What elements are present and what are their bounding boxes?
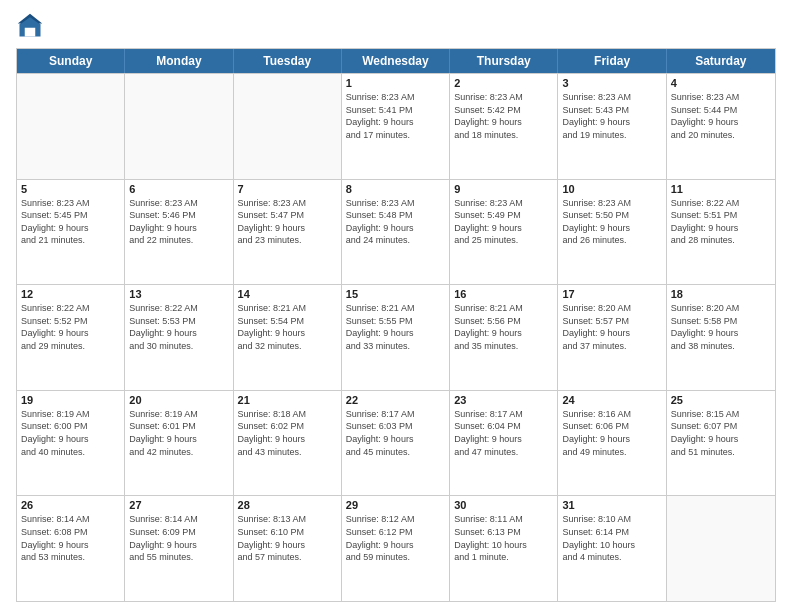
day-number: 19 (21, 394, 120, 406)
day-number: 10 (562, 183, 661, 195)
day-info: Sunrise: 8:20 AM Sunset: 5:57 PM Dayligh… (562, 302, 661, 352)
day-info: Sunrise: 8:23 AM Sunset: 5:48 PM Dayligh… (346, 197, 445, 247)
day-info: Sunrise: 8:11 AM Sunset: 6:13 PM Dayligh… (454, 513, 553, 563)
calendar-day-4: 4Sunrise: 8:23 AM Sunset: 5:44 PM Daylig… (667, 74, 775, 179)
calendar-day-24: 24Sunrise: 8:16 AM Sunset: 6:06 PM Dayli… (558, 391, 666, 496)
day-number: 6 (129, 183, 228, 195)
day-info: Sunrise: 8:10 AM Sunset: 6:14 PM Dayligh… (562, 513, 661, 563)
day-info: Sunrise: 8:22 AM Sunset: 5:52 PM Dayligh… (21, 302, 120, 352)
calendar-week-1: 1Sunrise: 8:23 AM Sunset: 5:41 PM Daylig… (17, 73, 775, 179)
day-number: 13 (129, 288, 228, 300)
day-info: Sunrise: 8:23 AM Sunset: 5:46 PM Dayligh… (129, 197, 228, 247)
day-info: Sunrise: 8:20 AM Sunset: 5:58 PM Dayligh… (671, 302, 771, 352)
day-number: 9 (454, 183, 553, 195)
day-number: 5 (21, 183, 120, 195)
day-number: 27 (129, 499, 228, 511)
calendar-day-27: 27Sunrise: 8:14 AM Sunset: 6:09 PM Dayli… (125, 496, 233, 601)
calendar-day-13: 13Sunrise: 8:22 AM Sunset: 5:53 PM Dayli… (125, 285, 233, 390)
day-number: 25 (671, 394, 771, 406)
day-number: 28 (238, 499, 337, 511)
calendar-day-29: 29Sunrise: 8:12 AM Sunset: 6:12 PM Dayli… (342, 496, 450, 601)
day-info: Sunrise: 8:23 AM Sunset: 5:43 PM Dayligh… (562, 91, 661, 141)
day-info: Sunrise: 8:23 AM Sunset: 5:47 PM Dayligh… (238, 197, 337, 247)
calendar-day-5: 5Sunrise: 8:23 AM Sunset: 5:45 PM Daylig… (17, 180, 125, 285)
calendar-day-23: 23Sunrise: 8:17 AM Sunset: 6:04 PM Dayli… (450, 391, 558, 496)
calendar-day-30: 30Sunrise: 8:11 AM Sunset: 6:13 PM Dayli… (450, 496, 558, 601)
day-number: 1 (346, 77, 445, 89)
calendar-day-6: 6Sunrise: 8:23 AM Sunset: 5:46 PM Daylig… (125, 180, 233, 285)
day-number: 18 (671, 288, 771, 300)
calendar-day-12: 12Sunrise: 8:22 AM Sunset: 5:52 PM Dayli… (17, 285, 125, 390)
logo (16, 12, 48, 40)
day-number: 31 (562, 499, 661, 511)
day-info: Sunrise: 8:21 AM Sunset: 5:55 PM Dayligh… (346, 302, 445, 352)
day-info: Sunrise: 8:23 AM Sunset: 5:41 PM Dayligh… (346, 91, 445, 141)
calendar-day-26: 26Sunrise: 8:14 AM Sunset: 6:08 PM Dayli… (17, 496, 125, 601)
day-info: Sunrise: 8:23 AM Sunset: 5:44 PM Dayligh… (671, 91, 771, 141)
svg-rect-2 (25, 28, 36, 37)
day-info: Sunrise: 8:22 AM Sunset: 5:51 PM Dayligh… (671, 197, 771, 247)
day-info: Sunrise: 8:17 AM Sunset: 6:03 PM Dayligh… (346, 408, 445, 458)
day-number: 17 (562, 288, 661, 300)
calendar-week-4: 19Sunrise: 8:19 AM Sunset: 6:00 PM Dayli… (17, 390, 775, 496)
day-info: Sunrise: 8:14 AM Sunset: 6:09 PM Dayligh… (129, 513, 228, 563)
calendar-day-7: 7Sunrise: 8:23 AM Sunset: 5:47 PM Daylig… (234, 180, 342, 285)
weekday-header-thursday: Thursday (450, 49, 558, 73)
day-number: 21 (238, 394, 337, 406)
calendar-day-empty (234, 74, 342, 179)
calendar-day-3: 3Sunrise: 8:23 AM Sunset: 5:43 PM Daylig… (558, 74, 666, 179)
calendar-day-empty (125, 74, 233, 179)
calendar-day-18: 18Sunrise: 8:20 AM Sunset: 5:58 PM Dayli… (667, 285, 775, 390)
weekday-header-wednesday: Wednesday (342, 49, 450, 73)
day-info: Sunrise: 8:12 AM Sunset: 6:12 PM Dayligh… (346, 513, 445, 563)
calendar-day-8: 8Sunrise: 8:23 AM Sunset: 5:48 PM Daylig… (342, 180, 450, 285)
day-info: Sunrise: 8:21 AM Sunset: 5:54 PM Dayligh… (238, 302, 337, 352)
weekday-header-saturday: Saturday (667, 49, 775, 73)
calendar-day-22: 22Sunrise: 8:17 AM Sunset: 6:03 PM Dayli… (342, 391, 450, 496)
calendar-day-16: 16Sunrise: 8:21 AM Sunset: 5:56 PM Dayli… (450, 285, 558, 390)
day-number: 26 (21, 499, 120, 511)
day-info: Sunrise: 8:23 AM Sunset: 5:50 PM Dayligh… (562, 197, 661, 247)
calendar-day-19: 19Sunrise: 8:19 AM Sunset: 6:00 PM Dayli… (17, 391, 125, 496)
calendar-day-10: 10Sunrise: 8:23 AM Sunset: 5:50 PM Dayli… (558, 180, 666, 285)
day-number: 12 (21, 288, 120, 300)
day-info: Sunrise: 8:14 AM Sunset: 6:08 PM Dayligh… (21, 513, 120, 563)
calendar-week-3: 12Sunrise: 8:22 AM Sunset: 5:52 PM Dayli… (17, 284, 775, 390)
calendar-week-2: 5Sunrise: 8:23 AM Sunset: 5:45 PM Daylig… (17, 179, 775, 285)
calendar-day-1: 1Sunrise: 8:23 AM Sunset: 5:41 PM Daylig… (342, 74, 450, 179)
calendar-day-15: 15Sunrise: 8:21 AM Sunset: 5:55 PM Dayli… (342, 285, 450, 390)
day-number: 8 (346, 183, 445, 195)
calendar-day-21: 21Sunrise: 8:18 AM Sunset: 6:02 PM Dayli… (234, 391, 342, 496)
calendar-day-17: 17Sunrise: 8:20 AM Sunset: 5:57 PM Dayli… (558, 285, 666, 390)
calendar: SundayMondayTuesdayWednesdayThursdayFrid… (16, 48, 776, 602)
header (16, 12, 776, 40)
day-info: Sunrise: 8:19 AM Sunset: 6:00 PM Dayligh… (21, 408, 120, 458)
day-info: Sunrise: 8:23 AM Sunset: 5:42 PM Dayligh… (454, 91, 553, 141)
calendar-day-11: 11Sunrise: 8:22 AM Sunset: 5:51 PM Dayli… (667, 180, 775, 285)
day-info: Sunrise: 8:22 AM Sunset: 5:53 PM Dayligh… (129, 302, 228, 352)
day-info: Sunrise: 8:19 AM Sunset: 6:01 PM Dayligh… (129, 408, 228, 458)
calendar-week-5: 26Sunrise: 8:14 AM Sunset: 6:08 PM Dayli… (17, 495, 775, 601)
day-info: Sunrise: 8:17 AM Sunset: 6:04 PM Dayligh… (454, 408, 553, 458)
calendar-day-empty (17, 74, 125, 179)
day-number: 30 (454, 499, 553, 511)
calendar-day-2: 2Sunrise: 8:23 AM Sunset: 5:42 PM Daylig… (450, 74, 558, 179)
day-number: 4 (671, 77, 771, 89)
day-number: 16 (454, 288, 553, 300)
day-number: 2 (454, 77, 553, 89)
day-number: 29 (346, 499, 445, 511)
calendar-day-14: 14Sunrise: 8:21 AM Sunset: 5:54 PM Dayli… (234, 285, 342, 390)
weekday-header-monday: Monday (125, 49, 233, 73)
weekday-header-sunday: Sunday (17, 49, 125, 73)
calendar-day-31: 31Sunrise: 8:10 AM Sunset: 6:14 PM Dayli… (558, 496, 666, 601)
day-info: Sunrise: 8:13 AM Sunset: 6:10 PM Dayligh… (238, 513, 337, 563)
calendar-day-20: 20Sunrise: 8:19 AM Sunset: 6:01 PM Dayli… (125, 391, 233, 496)
day-info: Sunrise: 8:18 AM Sunset: 6:02 PM Dayligh… (238, 408, 337, 458)
weekday-header-friday: Friday (558, 49, 666, 73)
day-number: 15 (346, 288, 445, 300)
calendar-day-28: 28Sunrise: 8:13 AM Sunset: 6:10 PM Dayli… (234, 496, 342, 601)
day-info: Sunrise: 8:23 AM Sunset: 5:45 PM Dayligh… (21, 197, 120, 247)
day-number: 11 (671, 183, 771, 195)
day-info: Sunrise: 8:21 AM Sunset: 5:56 PM Dayligh… (454, 302, 553, 352)
day-number: 3 (562, 77, 661, 89)
